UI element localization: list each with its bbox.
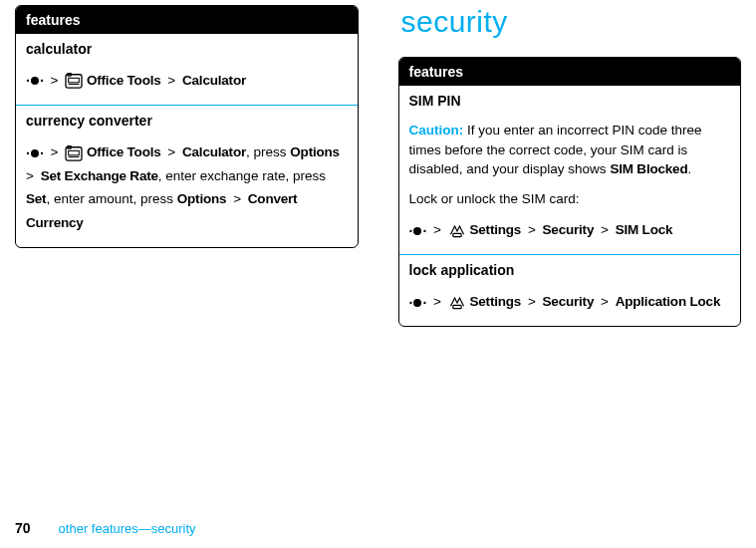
features-table-left: features calculator > Office Tools > Cal… — [15, 5, 359, 248]
separator: > — [528, 294, 536, 309]
text: , enter amount, press — [46, 191, 173, 206]
svg-rect-6 — [69, 150, 80, 154]
separator: > — [167, 144, 175, 159]
row-calculator: calculator > Office Tools > Calculator — [16, 34, 358, 105]
row-title: currency converter — [26, 113, 348, 129]
svg-rect-2 — [69, 79, 80, 83]
page-number: 70 — [15, 520, 31, 536]
text: , enter exchange rate, press — [158, 168, 326, 183]
center-key-icon — [26, 74, 44, 88]
nav-path: > Office Tools > Calculator — [26, 69, 348, 93]
row-sim-pin: SIM PIN Caution: If you enter an incorre… — [399, 86, 741, 254]
menu-options: Options — [177, 191, 227, 206]
row-title: calculator — [26, 41, 348, 57]
menu-sim-lock: SIM Lock — [616, 222, 673, 237]
section-title-security: security — [401, 5, 742, 39]
row-title: lock application — [409, 262, 731, 278]
caution-text: Caution: If you enter an incorrect PIN c… — [409, 121, 731, 179]
footer-breadcrumb: other features—security — [59, 521, 196, 536]
menu-settings: Settings — [469, 222, 521, 237]
separator: > — [433, 222, 441, 237]
center-key-icon — [409, 296, 427, 310]
separator: > — [233, 191, 241, 206]
separator: > — [51, 73, 59, 88]
menu-calculator: Calculator — [182, 144, 246, 159]
page-footer: 70 other features—security — [0, 520, 196, 536]
svg-rect-9 — [453, 305, 461, 308]
row-lock-application: lock application > Settings > Security >… — [399, 255, 741, 326]
lock-instruction: Lock or unlock the SIM card: — [409, 189, 731, 209]
right-column: security features SIM PIN Caution: If yo… — [398, 5, 742, 327]
menu-security: Security — [543, 222, 595, 237]
center-key-icon — [26, 146, 44, 160]
center-key-icon — [409, 224, 427, 238]
nav-path: > Office Tools > Calculator, press Optio… — [26, 140, 348, 235]
text: . — [687, 161, 691, 176]
features-table-right: features SIM PIN Caution: If you enter a… — [398, 57, 742, 327]
separator: > — [601, 294, 609, 309]
settings-icon — [448, 223, 466, 239]
menu-security: Security — [543, 294, 595, 309]
separator: > — [51, 144, 59, 159]
separator: > — [433, 294, 441, 309]
office-tools-icon — [65, 73, 83, 89]
menu-office-tools: Office Tools — [87, 73, 161, 88]
nav-path: > Settings > Security > Application Lock — [409, 290, 731, 314]
separator: > — [528, 222, 536, 237]
svg-rect-8 — [453, 233, 461, 236]
caution-label: Caution: — [409, 123, 464, 137]
separator: > — [601, 222, 609, 237]
office-tools-icon — [65, 145, 83, 161]
menu-calculator: Calculator — [182, 73, 246, 88]
menu-application-lock: Application Lock — [616, 294, 721, 309]
settings-icon — [448, 295, 466, 311]
sim-blocked-label: SIM Blocked — [610, 161, 687, 176]
menu-set-exchange-rate: Set Exchange Rate — [41, 168, 158, 183]
table-header: features — [16, 6, 358, 34]
text: , press — [246, 144, 287, 159]
separator: > — [26, 168, 34, 183]
row-currency-converter: currency converter > Office Tools > Calc… — [16, 106, 358, 247]
left-column: features calculator > Office Tools > Cal… — [15, 5, 359, 327]
separator: > — [167, 73, 175, 88]
row-title: SIM PIN — [409, 93, 731, 109]
menu-office-tools: Office Tools — [87, 144, 161, 159]
menu-set: Set — [26, 191, 46, 206]
menu-options: Options — [290, 144, 340, 159]
nav-path: > Settings > Security > SIM Lock — [409, 218, 731, 242]
menu-settings: Settings — [469, 294, 521, 309]
table-header: features — [399, 58, 741, 86]
